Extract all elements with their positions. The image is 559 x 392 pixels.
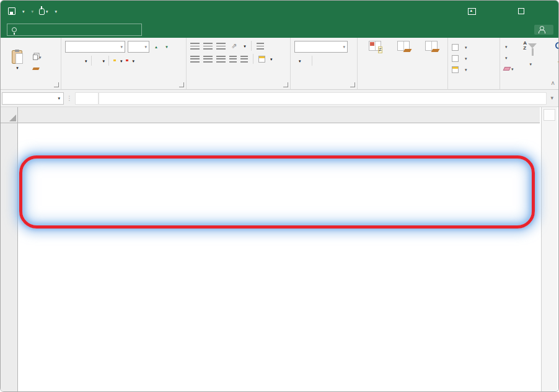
ribbon-tab-bar <box>1 22 558 38</box>
align-bottom-icon[interactable] <box>216 43 226 50</box>
row-headers <box>1 123 18 392</box>
ribbon-group-editing: AZ <box>500 38 559 89</box>
format-as-table-button[interactable] <box>390 41 417 79</box>
insert-cells-button[interactable] <box>452 42 497 52</box>
copy-icon <box>33 54 38 60</box>
cell-styles-icon <box>425 41 438 51</box>
ribbon-group-number <box>291 38 358 89</box>
ribbon-display-options-icon <box>468 8 476 15</box>
formula-bar: ⋮ <box>1 90 558 107</box>
share-person-icon <box>539 26 545 33</box>
number-format-combo[interactable] <box>294 41 348 53</box>
touch-mode-dropdown-icon[interactable] <box>46 9 48 14</box>
ribbon-group-clipboard <box>1 38 61 89</box>
increase-font-button[interactable]: ▲ <box>152 45 160 49</box>
conditional-formatting-button[interactable] <box>361 41 389 79</box>
font-size-combo[interactable] <box>128 41 149 53</box>
align-right-icon[interactable] <box>216 56 226 63</box>
column-headers <box>18 107 540 123</box>
number-dialog-launcher[interactable] <box>350 82 355 87</box>
close-button[interactable] <box>534 1 558 22</box>
ribbon: ▲ ▼ <box>1 38 558 90</box>
align-left-icon[interactable] <box>190 56 200 63</box>
save-icon <box>8 7 15 15</box>
cell-styles-button[interactable] <box>418 41 445 79</box>
minimize-button[interactable] <box>484 1 509 22</box>
ribbon-display-options-button[interactable] <box>459 1 484 22</box>
maximize-icon <box>518 8 524 14</box>
alignment-dialog-launcher[interactable] <box>283 82 288 87</box>
vertical-scrollbar[interactable] <box>541 107 557 392</box>
formula-buttons <box>75 92 99 105</box>
merge-center-button[interactable] <box>258 56 265 63</box>
collapse-ribbon-button[interactable]: ˄ <box>551 80 555 87</box>
undo-dropdown-icon[interactable] <box>22 9 25 14</box>
scroll-up-icon[interactable] <box>544 109 555 121</box>
worksheet-area <box>1 107 558 392</box>
sheet-grid <box>18 123 540 392</box>
clipboard-dialog-launcher[interactable] <box>54 82 59 87</box>
redo-button[interactable] <box>30 9 34 14</box>
excel-window: ▲ ▼ <box>0 0 559 392</box>
conditional-formatting-icon <box>369 41 381 51</box>
format-cells-button[interactable] <box>452 64 497 74</box>
copy-button[interactable] <box>33 53 42 61</box>
formula-input[interactable] <box>99 92 547 105</box>
increase-indent-button[interactable] <box>240 56 248 63</box>
eraser-icon <box>503 67 511 71</box>
font-name-combo[interactable] <box>65 41 125 53</box>
window-controls <box>459 1 558 22</box>
account-area <box>528 25 558 35</box>
touch-mode-icon <box>39 8 45 15</box>
format-icon <box>452 66 459 73</box>
customize-qat-icon <box>55 9 58 14</box>
maximize-button[interactable] <box>509 1 534 22</box>
format-painter-icon <box>32 68 40 70</box>
find-select-button[interactable] <box>547 41 559 73</box>
ribbon-group-alignment: ⇗ <box>187 38 291 89</box>
share-button[interactable] <box>534 25 553 35</box>
paste-clipboard-icon <box>12 50 22 64</box>
delete-cells-button[interactable] <box>452 53 497 63</box>
redo-dropdown-icon[interactable] <box>32 9 34 14</box>
insert-icon <box>452 44 459 51</box>
ribbon-group-styles <box>358 38 448 89</box>
format-painter-button[interactable] <box>33 64 42 72</box>
format-as-table-icon <box>397 41 410 51</box>
expand-formula-bar-button[interactable] <box>550 95 558 101</box>
sort-filter-button[interactable]: AZ <box>518 41 542 73</box>
fill-button[interactable] <box>504 53 514 62</box>
paste-button[interactable] <box>4 41 29 79</box>
az-icon: AZ <box>523 41 527 51</box>
align-middle-icon[interactable] <box>203 43 213 50</box>
ribbon-group-cells <box>448 38 500 89</box>
orientation-button[interactable]: ⇗ <box>229 42 239 50</box>
title-bar <box>1 1 558 22</box>
cut-button[interactable] <box>33 43 42 51</box>
wrap-text-button[interactable] <box>257 43 264 50</box>
save-button[interactable] <box>8 7 15 15</box>
delete-icon <box>452 55 459 62</box>
magnifier-icon <box>555 42 559 49</box>
funnel-icon <box>528 43 537 48</box>
formula-bar-separator: ⋮ <box>64 95 75 102</box>
customize-qat-button[interactable] <box>54 9 58 14</box>
name-box[interactable] <box>2 92 64 105</box>
clear-button[interactable] <box>504 64 514 73</box>
select-all-corner[interactable] <box>1 107 18 123</box>
align-center-icon[interactable] <box>203 56 213 63</box>
autosum-button[interactable] <box>504 42 514 51</box>
font-dialog-launcher[interactable] <box>179 82 184 87</box>
lightbulb-icon <box>12 27 17 32</box>
decrease-indent-button[interactable] <box>229 56 237 63</box>
quick-access-toolbar <box>1 7 112 15</box>
align-top-icon[interactable] <box>190 43 200 50</box>
ribbon-group-font: ▲ ▼ <box>61 38 187 89</box>
touch-mode-button[interactable] <box>39 8 48 15</box>
undo-button[interactable] <box>21 9 25 14</box>
tell-me-box[interactable] <box>7 24 142 36</box>
decrease-font-button[interactable]: ▼ <box>162 45 170 49</box>
